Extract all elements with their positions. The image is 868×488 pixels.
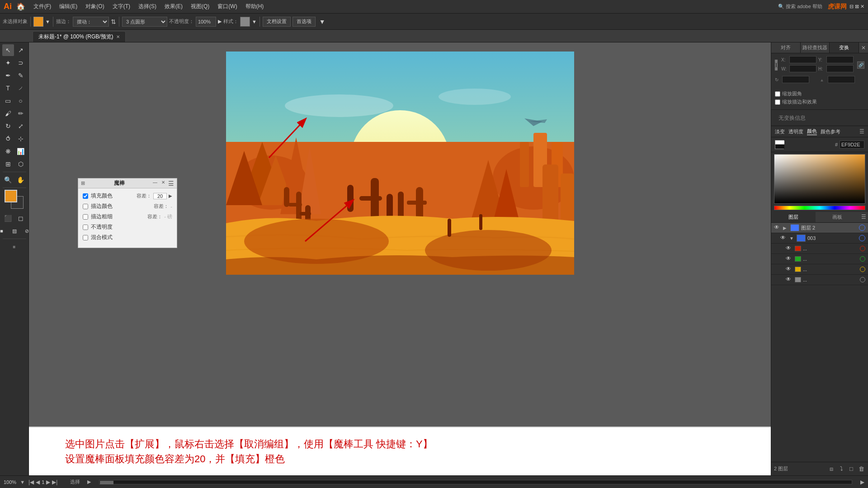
doc-settings-button[interactable]: 文档设置 (263, 17, 291, 27)
color-mode-icon[interactable]: ▼ (45, 19, 50, 24)
w-input[interactable] (789, 65, 816, 72)
brush-tool[interactable]: 🖌 (2, 108, 14, 119)
menu-text[interactable]: 文字(T) (109, 2, 134, 11)
menu-edit[interactable]: 编辑(E) (56, 2, 81, 11)
window-controls[interactable]: ⊟ ⊠ ✕ (849, 4, 864, 9)
rect-tool[interactable]: ▭ (2, 95, 14, 107)
layers-menu[interactable]: ☰ (859, 212, 868, 222)
item-target-red[interactable] (860, 246, 865, 251)
stroke-width-checkbox[interactable] (83, 214, 88, 220)
lasso-tool[interactable]: ⊃ (15, 57, 27, 69)
direct-select-tool[interactable]: ↗ (15, 44, 27, 56)
layer-item-003[interactable]: 👁 ▼ 003 (771, 233, 868, 244)
menu-help[interactable]: 帮助(H) (242, 2, 268, 11)
layer-item-green[interactable]: 👁 ... (771, 254, 868, 264)
menu-effect[interactable]: 效果(E) (161, 2, 186, 11)
sublayer-target-circle[interactable] (859, 235, 865, 241)
warp-tool[interactable]: ⥀ (2, 133, 14, 145)
color-picker-gradient[interactable] (774, 154, 865, 204)
h-input[interactable] (826, 65, 854, 72)
symbol-tool[interactable]: ❋ (2, 145, 14, 157)
tolerance-increase[interactable]: ▶ (169, 193, 172, 198)
ellipse-tool[interactable]: ○ (15, 95, 27, 107)
curvature-tool[interactable]: ✎ (15, 70, 27, 81)
first-page-btn[interactable]: |◀ (28, 479, 34, 485)
last-page-btn[interactable]: ▶| (52, 479, 57, 485)
fill-color-checkbox[interactable] (83, 193, 88, 199)
item-visibility-eye-green[interactable]: 👁 (786, 255, 793, 263)
stroke-color-checkbox[interactable] (83, 204, 88, 209)
screen-mode[interactable]: ◻ (15, 212, 27, 224)
layer-item-layer2[interactable]: 👁 ▶ 图层 2 (771, 223, 868, 233)
scale-tool[interactable]: ⤢ (15, 120, 27, 132)
new-layer-icon[interactable]: □ (847, 465, 855, 473)
document-tab[interactable]: 未标题-1* @ 100% (RGB/预览) ✕ (33, 31, 126, 42)
magic-wand-tool[interactable]: ✦ (2, 57, 14, 69)
magic-panel-menu[interactable]: ☰ (168, 180, 174, 187)
magic-panel-close[interactable]: ✕ (160, 180, 166, 187)
item-visibility-eye-yellow[interactable]: 👁 (786, 266, 793, 273)
fill-color-box[interactable] (33, 17, 43, 27)
layer-visibility-eye[interactable]: 👁 (774, 224, 781, 231)
scroll-right-btn[interactable]: ▶ (860, 479, 864, 485)
artboard-navigate[interactable]: ▶ (87, 479, 91, 485)
item-target-yellow[interactable] (860, 267, 865, 272)
color-panel-menu[interactable]: ☰ (859, 128, 864, 135)
sublayer-visibility-eye[interactable]: 👁 (780, 235, 788, 242)
zoom-tool[interactable]: 🔍 (2, 174, 14, 186)
layer-target-circle[interactable] (859, 225, 865, 231)
line-tool[interactable]: ⟋ (15, 82, 27, 94)
layer-item-red[interactable]: 👁 ... (771, 244, 868, 254)
hue-slider[interactable] (774, 206, 865, 210)
item-visibility-eye-gray[interactable]: 👁 (786, 276, 793, 283)
color-canvas[interactable] (774, 155, 865, 203)
free-transform-tool[interactable]: ⊹ (15, 133, 27, 145)
x-input[interactable] (789, 56, 816, 63)
normal-mode[interactable]: ⬛ (2, 212, 14, 224)
blend-mode-checkbox[interactable] (83, 235, 88, 240)
align-tab[interactable]: 对齐 (771, 42, 801, 53)
rotation-input[interactable] (782, 76, 809, 83)
menu-object[interactable]: 对象(O) (82, 2, 108, 11)
foreground-swatch[interactable] (775, 140, 784, 149)
layers-btn[interactable]: ≡ (9, 241, 20, 253)
select-tool[interactable]: ↖ (2, 44, 14, 56)
stroke-select[interactable]: 摆动： (73, 17, 109, 27)
new-layer-from-selection-icon[interactable]: ⤵ (837, 465, 845, 473)
zoom-dropdown[interactable]: ▼ (20, 479, 25, 485)
horizontal-scrollbar[interactable] (99, 480, 852, 484)
color-ref-label[interactable]: 颜色参考 (821, 128, 840, 135)
scale-stroke-checkbox[interactable] (775, 99, 780, 105)
panel-close-btn[interactable]: ✕ (859, 42, 868, 53)
transform-origin-grid[interactable] (775, 60, 778, 70)
layer-expand-arrow[interactable]: ▶ (783, 225, 788, 230)
text-tool[interactable]: T (2, 82, 14, 94)
gradient-mode[interactable]: ▨ (9, 225, 20, 237)
item-visibility-eye-red[interactable]: 👁 (786, 245, 793, 252)
style-preview[interactable] (240, 17, 250, 27)
scroll-thumb[interactable] (100, 481, 113, 484)
artboards-tab[interactable]: 画板 (816, 212, 860, 222)
y-input[interactable] (826, 56, 854, 63)
tint-label[interactable]: 淡变 (775, 128, 785, 135)
pathfinder-tab[interactable]: 路径查找器 (801, 42, 830, 53)
menu-select[interactable]: 选择(S) (135, 2, 160, 11)
tab-close-button[interactable]: ✕ (116, 34, 120, 39)
constrain-icon[interactable]: 🔗 (857, 61, 864, 69)
rotate-tool[interactable]: ↻ (2, 120, 14, 132)
foreground-color-box[interactable] (5, 190, 17, 202)
canvas-svg[interactable] (226, 52, 574, 275)
item-target-gray[interactable] (860, 277, 865, 282)
home-icon[interactable]: 🏠 (16, 2, 25, 11)
transform-tab[interactable]: 变换 (830, 42, 859, 53)
layers-tab[interactable]: 图层 (771, 212, 816, 222)
brush-select[interactable]: 3 点圆形 (122, 17, 167, 27)
preferences-button[interactable]: 首选项 (292, 17, 316, 27)
pencil-tool[interactable]: ✏ (15, 108, 27, 119)
next-page-btn[interactable]: ▶ (46, 479, 50, 485)
pen-tool[interactable]: ✒ (2, 70, 14, 81)
opacity-checkbox[interactable] (83, 225, 88, 230)
magic-panel-minimize[interactable]: — (152, 180, 158, 187)
scale-corners-checkbox[interactable] (775, 91, 780, 97)
menu-view[interactable]: 视图(Q) (187, 2, 213, 11)
